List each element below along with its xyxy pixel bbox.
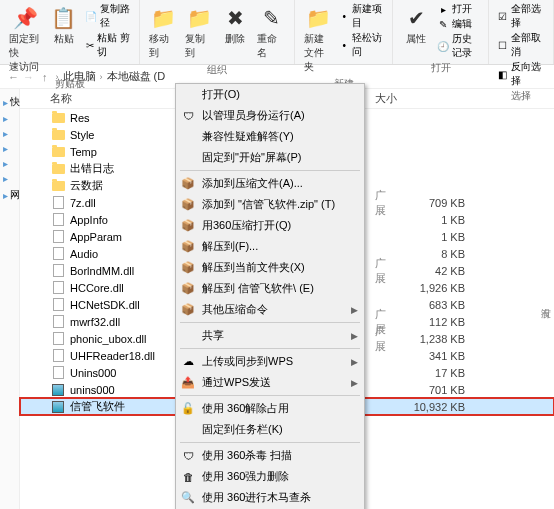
submenu-arrow-icon: ▶ (351, 357, 358, 367)
file-icon (53, 281, 64, 294)
file-icon (53, 298, 64, 311)
menu-item[interactable]: 🛡使用 360杀毒 扫描 (176, 445, 364, 466)
ribbon: 📌固定到快速访问📋粘贴📄复制路径✂粘贴 剪切剪贴板📁移动到📁复制到✖删除✎重命名… (0, 0, 554, 65)
file-size: 1 KB (395, 231, 465, 243)
nav-item[interactable]: ▸快 (0, 93, 19, 111)
menu-item[interactable]: 📦用360压缩打开(Q) (176, 215, 364, 236)
ribbon-icon: ✖ (221, 4, 249, 32)
ribbon-small-btn[interactable]: •新建项目 (337, 2, 386, 30)
menu-item[interactable]: 🔓使用 360解除占用 (176, 398, 364, 419)
menu-icon: 📦 (180, 260, 196, 276)
menu-icon: 🗑 (180, 469, 196, 485)
menu-item[interactable]: 📦解压到当前文件夹(X) (176, 257, 364, 278)
nav-pane[interactable]: ▸快▸▸▸▸▸▸网 (0, 89, 20, 509)
menu-item[interactable]: 📦其他压缩命令▶ (176, 299, 364, 320)
ribbon-icon: 📁 (304, 4, 332, 32)
file-size: 1 KB (395, 214, 465, 226)
file-size: 112 KB (395, 316, 465, 328)
folder-icon (52, 147, 65, 157)
ribbon-btn[interactable]: 📁复制到 (182, 2, 216, 62)
menu-label: 通过WPS发送 (202, 375, 271, 390)
col-size[interactable]: 大小 (375, 91, 435, 106)
menu-item[interactable]: 📦添加到 "信管飞软件.zip" (T) (176, 194, 364, 215)
ribbon-icon: 📌 (11, 4, 39, 32)
menu-item[interactable]: 固定到"开始"屏幕(P) (176, 147, 364, 168)
nav-item[interactable]: ▸ (0, 171, 19, 186)
crumb-0[interactable]: 此电脑 (63, 69, 96, 84)
file-size: 10,932 KB (395, 401, 465, 413)
file-icon (53, 349, 64, 362)
menu-item[interactable]: 固定到任务栏(K) (176, 419, 364, 440)
menu-icon: 📦 (180, 197, 196, 213)
menu-label: 使用 360杀毒 扫描 (202, 448, 292, 463)
ribbon-small-icon: ☑ (497, 10, 507, 22)
menu-item[interactable]: 共享▶ (176, 325, 364, 346)
menu-label: 兼容性疑难解答(Y) (202, 129, 294, 144)
menu-separator (180, 395, 360, 396)
nav-back-icon[interactable]: ← (8, 71, 19, 83)
ribbon-btn[interactable]: 📁移动到 (146, 2, 180, 62)
menu-label: 以管理员身份运行(A) (202, 108, 305, 123)
file-icon (53, 366, 64, 379)
ribbon-small-icon: 🕘 (437, 40, 449, 52)
file-size: 8 KB (395, 248, 465, 260)
menu-label: 共享 (202, 328, 224, 343)
menu-item[interactable]: 📦解压到(F)... (176, 236, 364, 257)
menu-item[interactable]: 兼容性疑难解答(Y) (176, 126, 364, 147)
menu-item[interactable]: 🔍使用 360进行木马查杀 (176, 487, 364, 508)
ribbon-small-btn[interactable]: ◧反向选择 (495, 60, 547, 88)
menu-icon: 📦 (180, 302, 196, 318)
menu-separator (180, 348, 360, 349)
ribbon-small-icon: ✎ (437, 18, 449, 30)
app-icon (52, 384, 64, 396)
menu-item[interactable]: 打开(O) (176, 84, 364, 105)
ribbon-btn[interactable]: ✔属性 (399, 2, 433, 48)
ribbon-icon: ✎ (257, 4, 285, 32)
file-size: 683 KB (395, 299, 465, 311)
ribbon-small-btn[interactable]: ✂粘贴 剪切 (83, 31, 134, 59)
menu-item[interactable]: 🛡以管理员身份运行(A) (176, 105, 364, 126)
submenu-arrow-icon: ▶ (351, 378, 358, 388)
nav-item[interactable]: ▸网 (0, 186, 19, 204)
nav-item[interactable]: ▸ (0, 141, 19, 156)
menu-item[interactable]: 📤通过WPS发送▶ (176, 372, 364, 393)
file-icon (53, 213, 64, 226)
nav-item[interactable]: ▸ (0, 126, 19, 141)
nav-item[interactable]: ▸ (0, 111, 19, 126)
menu-item[interactable]: 📦解压到 信管飞软件\ (E) (176, 278, 364, 299)
submenu-arrow-icon: ▶ (351, 331, 358, 341)
ribbon-btn[interactable]: 📁新建文件夹 (301, 2, 335, 76)
ribbon-small-btn[interactable]: 📄复制路径 (83, 2, 134, 30)
nav-fwd-icon[interactable]: → (23, 71, 34, 83)
menu-icon: 🛡 (180, 448, 196, 464)
menu-item[interactable]: ☁上传或同步到WPS▶ (176, 351, 364, 372)
ribbon-group-label: 组织 (207, 63, 227, 77)
ribbon-btn[interactable]: 📋粘贴 (47, 2, 81, 48)
ribbon-small-btn[interactable]: •轻松访问 (337, 31, 386, 59)
menu-item[interactable]: 🗑使用 360强力删除 (176, 466, 364, 487)
ribbon-small-icon: 📄 (85, 10, 97, 22)
nav-up-icon[interactable]: ↑ (42, 71, 48, 83)
menu-item[interactable]: 📦添加到压缩文件(A)... (176, 173, 364, 194)
ribbon-btn[interactable]: ✖删除 (218, 2, 252, 48)
menu-label: 上传或同步到WPS (202, 354, 293, 369)
file-icon (53, 196, 64, 209)
crumb-1[interactable]: 本地磁盘 (D (107, 69, 166, 84)
ribbon-small-icon: ▸ (437, 3, 449, 15)
ribbon-small-btn[interactable]: ☐全部取消 (495, 31, 547, 59)
ribbon-icon: ✔ (402, 4, 430, 32)
ribbon-btn[interactable]: ✎重命名 (254, 2, 288, 62)
ribbon-btn[interactable]: 📌固定到快速访问 (6, 2, 45, 76)
file-icon (53, 247, 64, 260)
ribbon-small-icon: • (339, 10, 349, 22)
ribbon-small-btn[interactable]: 🕘历史记录 (435, 32, 482, 60)
ribbon-small-btn[interactable]: ✎编辑 (435, 17, 482, 31)
nav-icon: ▸ (3, 128, 8, 139)
menu-label: 添加到压缩文件(A)... (202, 176, 303, 191)
ribbon-small-btn[interactable]: ☑全部选择 (495, 2, 547, 30)
nav-item[interactable]: ▸ (0, 156, 19, 171)
file-size: 42 KB (395, 265, 465, 277)
nav-icon: ▸ (3, 173, 8, 184)
ribbon-icon: 📋 (50, 4, 78, 32)
ribbon-small-btn[interactable]: ▸打开 (435, 2, 482, 16)
